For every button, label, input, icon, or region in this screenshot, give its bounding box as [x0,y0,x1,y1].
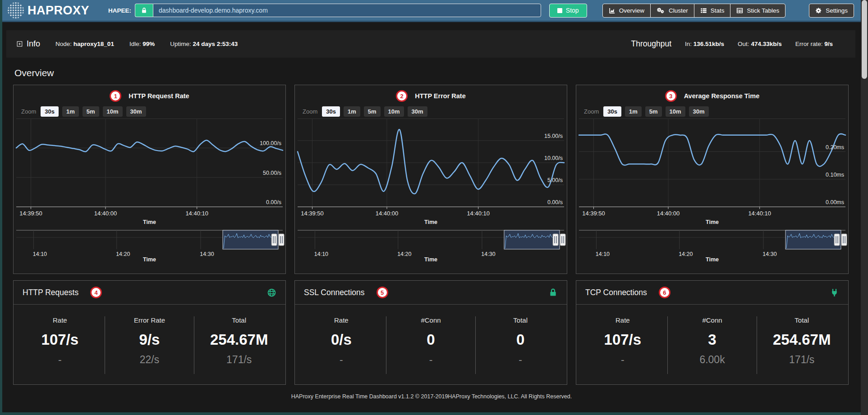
navigator-selection[interactable] [785,230,841,249]
chart-number-badge: 2 [396,90,408,102]
stat-column-error-rate: Error Rate 9/s 22/s [105,310,194,379]
navigator-x-label: 14:20 [679,251,693,257]
charts-row: 1 HTTP Request Rate Zoom30s1m5m10m30m 10… [13,85,849,274]
chart-number-badge: 3 [665,90,677,102]
x-axis-title: Time [143,219,156,225]
tcp-connections-card: TCP Connections 6 Rate 107/s - #Conn 3 6… [576,280,849,385]
overview-button[interactable]: Overview [602,4,651,18]
info-toggle[interactable]: Info [16,39,40,49]
navigator-handle[interactable] [841,234,847,246]
haproxy-sphere-logo-icon [8,2,24,18]
stat-column-rate: Rate 107/s - [578,310,667,379]
zoom-option-button[interactable]: 5m [364,106,381,117]
line-chart[interactable]: 15.00/s10.00/s5.00/s0.00/s14:39:5014:40:… [295,119,567,227]
zoom-option-button[interactable]: 5m [83,106,99,117]
navigator-handle[interactable] [271,234,277,246]
navigator-selection[interactable] [504,230,560,249]
stop-icon [557,8,562,13]
lock-button[interactable] [135,4,153,17]
y-axis-label: 0.00/s [266,199,281,205]
zoom-option-button[interactable]: 30s [603,106,621,117]
card-title: TCP Connections [585,288,647,297]
zoom-option-button[interactable]: 10m [103,106,123,117]
lock-icon [548,288,558,297]
x-axis-label: 14:39:50 [301,210,324,217]
stat-column-conn: #Conn 3 6.00k [668,310,757,379]
zoom-controls: Zoom30s1m5m10m30m [14,103,285,119]
view-button-group: Overview Cluster Stats Stick Tables [602,4,786,18]
stat-column-total: Total 0 - [476,310,565,379]
zoom-option-button[interactable]: 30m [408,106,427,117]
x-axis-title: Time [424,219,437,225]
uptime-field: Uptime: 24 days 2:53:43 [170,41,238,47]
zoom-option-button[interactable]: 30s [41,106,59,117]
chart-number-badge: 1 [110,90,121,102]
navigator-x-axis-title: Time [424,256,437,262]
navigator-chart[interactable]: 14:1014:2014:30Time [14,229,285,262]
navigator-selection[interactable] [223,230,278,249]
card-number-badge: 4 [90,287,102,298]
zoom-option-button[interactable]: 30m [689,106,709,117]
error-rate: Error rate: 9/s [795,41,833,47]
chart-panel-avg-response-time: 3 Average Response Time Zoom30s1m5m10m30… [576,85,849,274]
haproxy-brand: HAPROXY [8,2,89,18]
y-axis-label: 0.10ms [826,172,844,178]
node-info-group: Info Node: haproxy18_01 Idle: 99% Uptime… [16,39,238,49]
vertical-scrollbar[interactable] [861,0,868,415]
scrollbar-thumb[interactable] [862,0,867,79]
cluster-button[interactable]: Cluster [650,4,694,18]
http-requests-card: HTTP Requests 4 Rate 107/s - Error Rate … [13,280,286,385]
navigator-handle[interactable] [834,234,840,246]
x-axis-label: 14:39:50 [19,210,42,217]
stat-column-total: Total 254.67M 171/s [194,310,284,379]
zoom-option-button[interactable]: 1m [625,106,642,117]
footer-copyright: HAProxy Enterprise Real Time Dashboard v… [2,385,861,400]
navigator-chart[interactable]: 14:1014:2014:30Time [295,229,567,262]
info-bar: Info Node: haproxy18_01 Idle: 99% Uptime… [6,30,855,58]
stick-tables-button[interactable]: Stick Tables [730,4,785,18]
throughput-group: Throughput In: 136.51kb/s Out: 474.33kb/… [631,39,833,49]
zoom-option-button[interactable]: 10m [384,106,404,117]
navigator-x-axis-title: Time [706,256,719,262]
card-title: HTTP Requests [23,288,78,297]
navigator-x-axis-title: Time [143,256,156,262]
x-axis-label: 14:40:10 [185,210,208,217]
throughput-in: In: 136.51kb/s [685,41,724,47]
plug-icon [830,288,839,297]
y-axis-label: 0.00ms [826,199,844,205]
navigator-handle[interactable] [279,234,284,246]
navigator-handle[interactable] [560,234,565,246]
card-number-badge: 6 [659,287,671,298]
card-number-badge: 5 [377,287,388,298]
zoom-option-button[interactable]: 1m [344,106,360,117]
navigator-x-label: 14:10 [596,251,610,257]
navigator-chart[interactable]: 14:1014:2014:30Time [576,229,848,262]
series-line [16,140,283,151]
stats-button[interactable]: Stats [694,4,731,18]
x-axis-label: 14:40:00 [376,210,399,217]
throughput-out: Out: 474.33kb/s [738,41,782,47]
zoom-option-button[interactable]: 30s [322,106,340,117]
gear-icon [815,7,822,14]
plus-square-icon [16,41,23,47]
navigator-handle[interactable] [553,234,558,246]
dashboard-app: HAPROXY HAPEE: Stop Overview Cluster [2,0,861,412]
zoom-label: Zoom [584,108,599,115]
x-axis-label: 14:40:00 [657,210,680,217]
page-title: Overview [14,68,861,78]
top-navbar: HAPROXY HAPEE: Stop Overview Cluster [2,0,861,22]
zoom-option-button[interactable]: 30m [126,106,146,117]
zoom-controls: Zoom30s1m5m10m30m [295,103,567,119]
globe-icon [267,288,276,297]
settings-button[interactable]: Settings [809,4,854,18]
stat-cards-row: HTTP Requests 4 Rate 107/s - Error Rate … [13,280,849,385]
line-chart[interactable]: 0.20ms0.10ms0.00ms14:39:5014:40:0014:40:… [576,119,848,227]
zoom-option-button[interactable]: 1m [62,106,79,117]
stat-column-conn: #Conn 0 - [386,310,476,379]
zoom-option-button[interactable]: 10m [666,106,685,117]
stop-button[interactable]: Stop [549,4,587,18]
zoom-option-button[interactable]: 5m [645,106,662,117]
y-axis-label: 10.00/s [544,155,563,161]
line-chart[interactable]: 100.00/s50.00/s0.00/s14:39:5014:40:0014:… [14,119,285,227]
url-input[interactable] [153,4,541,17]
